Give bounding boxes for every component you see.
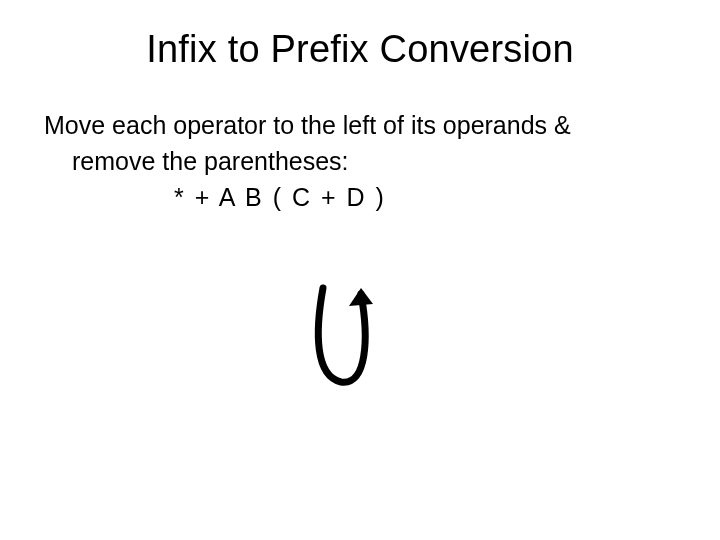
curved-arrow-icon: [295, 280, 387, 398]
svg-marker-0: [349, 288, 373, 306]
slide-title: Infix to Prefix Conversion: [44, 28, 676, 71]
slide: Infix to Prefix Conversion Move each ope…: [0, 0, 720, 540]
instruction-line-1: Move each operator to the left of its op…: [44, 109, 676, 141]
body-text: Move each operator to the left of its op…: [44, 109, 676, 213]
expression-line: * + A B ( C + D ): [44, 181, 676, 213]
instruction-line-2: remove the parentheses:: [44, 145, 676, 177]
